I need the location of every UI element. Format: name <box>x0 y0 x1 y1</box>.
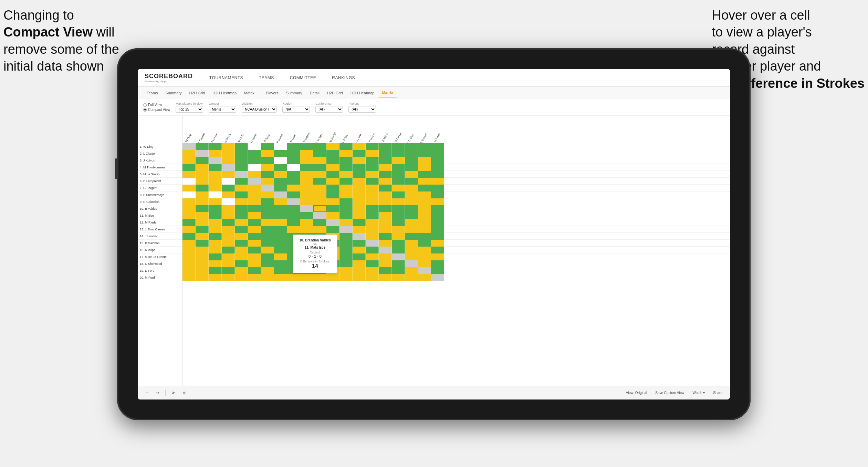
matrix-cell[interactable] <box>313 219 326 226</box>
matrix-cell[interactable] <box>261 178 274 185</box>
matrix-cell[interactable] <box>222 205 235 212</box>
matrix-cell[interactable] <box>209 198 222 205</box>
matrix-cell[interactable] <box>287 198 300 205</box>
matrix-cell[interactable] <box>235 267 248 274</box>
matrix-cell[interactable] <box>196 143 209 150</box>
matrix-cell[interactable] <box>353 157 366 164</box>
matrix-cell[interactable] <box>248 219 261 226</box>
matrix-cell[interactable] <box>209 191 222 198</box>
matrix-cell[interactable] <box>248 247 261 253</box>
matrix-cell[interactable] <box>196 205 209 212</box>
matrix-cell[interactable] <box>313 150 326 157</box>
matrix-cell[interactable] <box>300 164 313 171</box>
matrix-cell[interactable] <box>418 157 431 164</box>
matrix-cell[interactable] <box>405 240 418 247</box>
matrix-cell[interactable] <box>405 171 418 178</box>
matrix-cell[interactable] <box>418 233 431 240</box>
matrix-cell[interactable] <box>274 212 287 219</box>
matrix-cell[interactable] <box>248 191 261 198</box>
region-select[interactable]: N/A <box>282 106 310 113</box>
matrix-cell[interactable] <box>287 150 300 157</box>
matrix-cell[interactable] <box>222 150 235 157</box>
compact-view-option[interactable]: Compact View <box>143 108 170 112</box>
matrix-cell[interactable] <box>222 212 235 219</box>
matrix-cell[interactable] <box>248 260 261 267</box>
matrix-cell[interactable] <box>196 150 209 157</box>
compact-view-radio[interactable] <box>143 108 147 112</box>
matrix-cell[interactable] <box>196 247 209 253</box>
matrix-cell[interactable] <box>196 240 209 247</box>
matrix-cell[interactable] <box>182 150 196 157</box>
matrix-cell[interactable] <box>209 233 222 240</box>
matrix-cell[interactable] <box>431 233 444 240</box>
matrix-cell[interactable] <box>209 212 222 219</box>
matrix-cell[interactable] <box>209 164 222 171</box>
matrix-cell[interactable] <box>196 226 209 233</box>
matrix-cell[interactable] <box>326 274 339 281</box>
matrix-cell[interactable] <box>313 185 326 191</box>
matrix-cell[interactable] <box>431 143 444 150</box>
save-custom-button[interactable]: Save Custom View <box>653 390 686 396</box>
matrix-cell[interactable] <box>392 143 405 150</box>
matrix-cell[interactable] <box>235 247 248 253</box>
matrix-cell[interactable] <box>182 274 196 281</box>
matrix-cell[interactable] <box>431 150 444 157</box>
matrix-cell[interactable] <box>287 226 300 233</box>
matrix-cell[interactable] <box>353 171 366 178</box>
matrix-cell[interactable] <box>222 191 235 198</box>
matrix-cell[interactable] <box>222 226 235 233</box>
matrix-cell[interactable] <box>313 191 326 198</box>
matrix-cell[interactable] <box>182 253 196 260</box>
matrix-cell[interactable] <box>366 274 379 281</box>
matrix-cell[interactable] <box>418 212 431 219</box>
matrix-cell[interactable] <box>196 178 209 185</box>
matrix-cell[interactable] <box>235 205 248 212</box>
matrix-cell[interactable] <box>248 143 261 150</box>
matrix-cell[interactable] <box>431 205 444 212</box>
matrix-cell[interactable] <box>182 260 196 267</box>
matrix-cell[interactable] <box>182 226 196 233</box>
matrix-cell[interactable] <box>339 274 353 281</box>
matrix-cell[interactable] <box>353 267 366 274</box>
matrix-cell[interactable] <box>405 143 418 150</box>
matrix-cell[interactable] <box>366 164 379 171</box>
matrix-cell[interactable] <box>326 205 339 212</box>
matrix-cell[interactable] <box>274 164 287 171</box>
matrix-cell[interactable] <box>366 198 379 205</box>
matrix-cell[interactable] <box>339 150 353 157</box>
matrix-cell[interactable] <box>235 212 248 219</box>
matrix-cell[interactable] <box>431 212 444 219</box>
matrix-cell[interactable] <box>339 157 353 164</box>
matrix-cell[interactable] <box>431 157 444 164</box>
matrix-cell[interactable] <box>339 143 353 150</box>
matrix-cell[interactable] <box>182 143 196 150</box>
matrix-cell[interactable] <box>313 198 326 205</box>
tab-h2h-grid[interactable]: H2H Grid <box>186 89 208 97</box>
matrix-cell[interactable] <box>222 253 235 260</box>
matrix-cell[interactable] <box>313 171 326 178</box>
matrix-cell[interactable] <box>392 150 405 157</box>
matrix-cell[interactable] <box>339 171 353 178</box>
matrix-cell[interactable] <box>209 205 222 212</box>
matrix-cell[interactable] <box>300 157 313 164</box>
matrix-cell[interactable] <box>274 260 287 267</box>
matrix-cell[interactable] <box>248 157 261 164</box>
matrix-cell[interactable] <box>248 267 261 274</box>
matrix-cell[interactable] <box>182 205 196 212</box>
matrix-cell[interactable] <box>353 247 366 253</box>
full-view-radio[interactable] <box>143 103 147 107</box>
view-original-button[interactable]: View: Original <box>624 390 649 396</box>
matrix-cell[interactable] <box>379 274 392 281</box>
matrix-cell[interactable] <box>392 274 405 281</box>
matrix-cell[interactable] <box>366 191 379 198</box>
redo-button[interactable]: ↪ <box>154 390 161 396</box>
tab-matrix-left[interactable]: Matrix <box>241 89 258 97</box>
matrix-cell[interactable] <box>405 157 418 164</box>
matrix-cell[interactable] <box>196 233 209 240</box>
matrix-cell[interactable] <box>353 226 366 233</box>
matrix-cell[interactable] <box>235 240 248 247</box>
matrix-cell[interactable] <box>405 198 418 205</box>
matrix-cell[interactable] <box>261 185 274 191</box>
matrix-cell[interactable] <box>366 247 379 253</box>
matrix-cell[interactable] <box>431 226 444 233</box>
